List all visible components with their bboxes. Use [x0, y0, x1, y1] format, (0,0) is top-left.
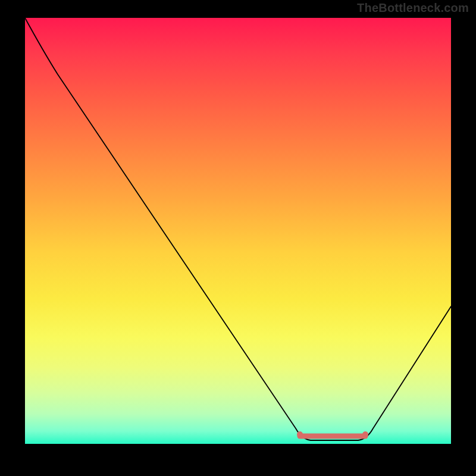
curve-svg: [25, 18, 451, 444]
optimal-range-start: [297, 431, 303, 437]
plot-area: [25, 18, 451, 444]
chart-stage: TheBottleneck.com: [0, 0, 476, 476]
watermark-text: TheBottleneck.com: [357, 1, 469, 15]
bottleneck-curve: [25, 18, 451, 440]
optimal-range-end: [362, 431, 368, 437]
